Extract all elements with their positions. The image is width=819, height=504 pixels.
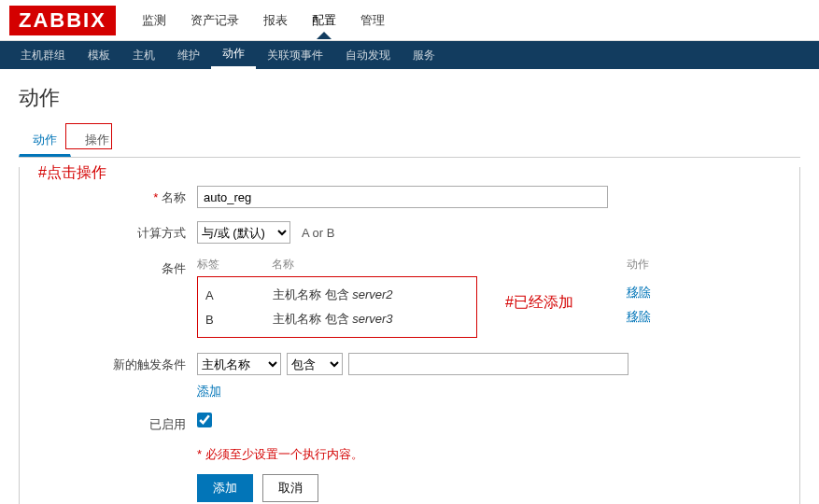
subnav-discovery[interactable]: 自动发现: [334, 41, 402, 69]
cond-label: 条件: [38, 257, 197, 277]
subnav-services[interactable]: 服务: [402, 41, 446, 69]
subnav-hosts[interactable]: 主机: [121, 41, 166, 69]
subnav-maintenance[interactable]: 维护: [166, 41, 211, 69]
tab-operations[interactable]: 操作: [71, 125, 123, 157]
enabled-checkbox[interactable]: [197, 413, 212, 427]
subnav-templates[interactable]: 模板: [77, 41, 121, 69]
cond-header: 标签 名称 动作: [197, 257, 683, 273]
enabled-label: 已启用: [38, 413, 197, 433]
new-cond-op-select[interactable]: 包含: [287, 353, 343, 375]
cond-header-name: 名称: [272, 257, 627, 273]
top-bar: ZABBIX 监测 资产记录 报表 配置 管理: [0, 0, 819, 41]
new-cond-type-select[interactable]: 主机名称: [197, 353, 281, 375]
annotation-click-op: #点击操作: [38, 163, 106, 183]
condition-text: 主机名称 包含 server2: [273, 287, 476, 303]
cancel-button[interactable]: 取消: [262, 474, 318, 502]
annotation-already-added: #已经添加: [505, 293, 573, 313]
condition-row: A 主机名称 包含 server2: [198, 283, 476, 307]
subnav-correlation[interactable]: 关联项事件: [256, 41, 334, 69]
topnav-inventory[interactable]: 资产记录: [181, 3, 248, 38]
name-label: 名称: [38, 186, 197, 206]
annotation-box-conditions: A 主机名称 包含 server2 B 主机名称 包含 server3: [197, 276, 477, 338]
topnav-monitoring[interactable]: 监测: [133, 3, 176, 38]
new-cond-value-input[interactable]: [348, 353, 628, 375]
warning-text: 必须至少设置一个执行内容。: [197, 446, 781, 463]
logo: ZABBIX: [9, 6, 116, 35]
condition-text: 主机名称 包含 server3: [273, 311, 476, 328]
subnav-actions[interactable]: 动作: [211, 41, 256, 69]
top-nav: 监测 资产记录 报表 配置 管理: [133, 3, 394, 38]
calc-hint: A or B: [302, 226, 334, 240]
remove-link[interactable]: 移除: [627, 309, 651, 323]
form-area: #点击操作 名称 计算方式 与/或 (默认) A or B 条件: [19, 167, 800, 504]
cond-header-tag: 标签: [197, 257, 272, 273]
topnav-reports[interactable]: 报表: [254, 3, 297, 38]
calc-select[interactable]: 与/或 (默认): [197, 221, 290, 244]
submit-button[interactable]: 添加: [197, 474, 253, 502]
cond-header-action: 动作: [627, 257, 683, 273]
new-cond-label: 新的触发条件: [38, 353, 197, 373]
remove-link[interactable]: 移除: [627, 285, 651, 299]
sub-nav: 主机群组 模板 主机 维护 动作 关联项事件 自动发现 服务: [0, 41, 819, 69]
condition-row: B 主机名称 包含 server3: [198, 307, 476, 331]
topnav-administration[interactable]: 管理: [351, 3, 394, 38]
tab-action[interactable]: 动作: [19, 125, 71, 157]
condition-tag: A: [198, 288, 273, 302]
tabstrip: 动作 操作: [19, 125, 800, 158]
condition-tag: B: [198, 313, 273, 327]
subnav-hostgroups[interactable]: 主机群组: [9, 41, 77, 69]
add-condition-link[interactable]: 添加: [197, 383, 221, 399]
name-input[interactable]: [197, 186, 608, 208]
topnav-configuration[interactable]: 配置: [303, 3, 346, 38]
page: 动作 动作 操作 #点击操作 名称 计算方式 与/或 (默认) A: [0, 69, 819, 504]
calc-label: 计算方式: [38, 221, 197, 242]
page-title: 动作: [19, 84, 800, 112]
